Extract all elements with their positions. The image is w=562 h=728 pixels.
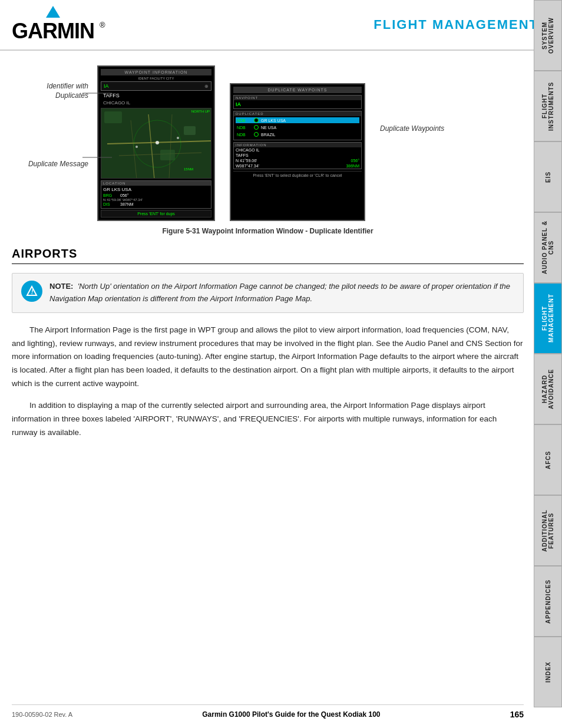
screens-container: WAYPOINT INFORMATION IDENT FACILITY CITY… (97, 65, 524, 221)
dup-type-3: NDB (237, 133, 252, 137)
dup-row-3[interactable]: NDB BRAZIL (236, 131, 359, 137)
svg-rect-7 (104, 111, 122, 123)
dup-dist: 386NM (346, 164, 359, 168)
note-box: ! NOTE: 'North Up' orientation on the Ai… (12, 273, 524, 313)
svg-line-3 (148, 114, 154, 178)
dup-info-name: TAFFS (234, 153, 361, 158)
annotation-duplicate-message: Duplicate Message (12, 160, 88, 168)
svg-point-11 (135, 146, 138, 148)
garmin-triangle-icon (46, 6, 60, 18)
navpoint-header: NAVPOINT (234, 95, 361, 100)
dup-lat: N 41°59.06' (236, 159, 257, 163)
page-footer: 190-00590-02 Rev. A Garmin G1000 Pilot's… (12, 704, 524, 719)
dis-label: DIS (103, 202, 118, 206)
sidebar-tab-flight-management[interactable]: FLIGHT MANAGEMENT (534, 283, 562, 354)
duplicated-body: NDB GR LKS USA NDB NE USA NDB BRA (234, 116, 361, 140)
footer-revision: 190-00590-02 Rev. A (12, 711, 72, 718)
identifier-value: IA (104, 83, 109, 89)
airports-section-title: AIRPORTS (12, 247, 524, 264)
dup-lon: W087°47.34' (236, 164, 259, 168)
svg-text:15NM: 15NM (184, 167, 193, 171)
location-header: LOCATION (101, 181, 211, 186)
map-svg: 15NM (101, 108, 211, 178)
dup-info-header: INFORMATION (234, 143, 361, 147)
duplicated-header: DUPLICATED (234, 111, 361, 116)
screen-header: WAYPOINT INFORMATION (101, 69, 211, 75)
dup-row-2[interactable]: NDB NE USA (236, 124, 359, 130)
dup-dot-2 (254, 125, 259, 130)
svg-line-2 (107, 141, 211, 144)
coords-row: N 41°59.06' W087°47.34' (103, 198, 209, 202)
dup-loc-3: BRAZIL (261, 133, 276, 137)
dup-loc-2: NE USA (261, 126, 276, 130)
identifier-cursor: ⊕ (204, 84, 209, 89)
duplicate-message: Press 'ENT' for dups (101, 210, 211, 218)
svg-line-5 (131, 120, 137, 178)
garmin-wordmark: GARMIN (12, 19, 94, 44)
dup-info-section: INFORMATION CHICAGO IL TAFFS N 41°59.06'… (233, 142, 362, 169)
sidebar-tab-appendices[interactable]: APPENDICES (534, 566, 562, 637)
dup-info-city: CHICAGO IL (234, 147, 361, 153)
dup-brg: 056° (351, 159, 359, 163)
dis-row: DIS 387NM (103, 202, 209, 206)
main-content: Identifier with Duplicates Duplicate Mes… (0, 51, 562, 457)
sidebar-tab-system-overview[interactable]: SYSTEM OVERVIEW (534, 0, 562, 71)
annotation-message-line (82, 153, 112, 162)
dup-row-1[interactable]: NDB GR LKS USA (236, 117, 359, 123)
sidebar-tab-afcs[interactable]: AFCS (534, 424, 562, 495)
screen-tabs: IDENT FACILITY CITY (101, 77, 211, 80)
waypoint-name: TAFFS (101, 92, 211, 99)
waypoint-city: CHICAGO IL (101, 100, 211, 106)
main-waypoint-screen: WAYPOINT INFORMATION IDENT FACILITY CITY… (97, 65, 215, 221)
sidebar-tab-eis[interactable]: EIS (534, 141, 562, 212)
identifier-field: IA ⊕ (101, 81, 211, 91)
sidebar-tab-additional-features[interactable]: ADDITIONAL FEATURES (534, 495, 562, 566)
svg-point-12 (177, 137, 179, 139)
sidebar-tab-audio-panel[interactable]: AUDIO PANEL & CNS (534, 212, 562, 283)
page-title: FLIGHT MANAGEMENT (373, 17, 538, 32)
note-text: NOTE: 'North Up' orientation on the Airp… (49, 281, 514, 305)
note-icon: ! (21, 281, 42, 302)
dup-loc-1: GR LKS USA (261, 118, 286, 123)
body-paragraph-2: In addition to displaying a map of the c… (12, 399, 524, 440)
figure-area: Identifier with Duplicates Duplicate Mes… (12, 65, 524, 221)
dup-coords-row: N 41°59.06' 056° (234, 158, 361, 163)
location-section: LOCATION GR LKS USA BRG 056° N 41°59.06'… (101, 180, 211, 209)
garmin-registered: ® (100, 21, 105, 29)
annotation-identifier-line (82, 89, 112, 98)
navpoint-body: IA (234, 100, 361, 108)
brg-label: BRG (103, 193, 118, 197)
footer-page-number: 165 (510, 710, 524, 719)
sidebar-tab-index[interactable]: INDEX (534, 637, 562, 707)
svg-line-6 (169, 114, 172, 178)
dup-instruction: Press 'ENT' to select duplicate or 'CLR'… (233, 171, 362, 179)
navpoint-section: NAVPOINT IA (233, 95, 362, 109)
location-data: GR LKS USA BRG 056° N 41°59.06' W087°47.… (101, 186, 211, 208)
note-content: 'North Up' orientation on the Airport In… (49, 282, 510, 303)
brg-row: BRG 056° (103, 193, 209, 197)
body-paragraph-1: The Airport Information Page is the firs… (12, 324, 524, 391)
dup-lon-row: W087°47.34' 386NM (234, 163, 361, 169)
svg-rect-8 (160, 150, 175, 160)
garmin-logo: GARMIN ® (12, 6, 105, 44)
right-sidebar: SYSTEM OVERVIEW FLIGHT INSTRUMENTS EIS A… (534, 0, 562, 707)
dup-screen-title: DUPLICATE WAYPOINTS (233, 87, 362, 93)
location-name: GR LKS USA (103, 187, 209, 192)
navpoint-value: IA (236, 101, 241, 107)
page-header: GARMIN ® FLIGHT MANAGEMENT (0, 0, 562, 51)
sidebar-tab-flight-instruments[interactable]: FLIGHT INSTRUMENTS (534, 71, 562, 141)
svg-rect-9 (184, 126, 196, 135)
duplicate-waypoints-screen: DUPLICATE WAYPOINTS NAVPOINT IA DUPLICAT… (230, 83, 365, 221)
figure-caption: Figure 5-31 Waypoint Information Window … (12, 227, 524, 235)
note-label: NOTE: (49, 282, 73, 291)
dis-value: 387NM (120, 202, 134, 206)
map-display: NORTH UP (101, 108, 211, 179)
brg-value: 056° (120, 193, 128, 197)
sidebar-tab-hazard-avoidance[interactable]: HAZARD AVOIDANCE (534, 354, 562, 424)
dup-dot-3 (254, 132, 259, 137)
annotation-duplicate-waypoints: Duplicate Waypoints (380, 124, 444, 133)
dup-dot-1 (254, 118, 259, 123)
dup-type-1: NDB (237, 118, 252, 123)
svg-point-10 (156, 141, 159, 144)
coords-value: N 41°59.06' W087°47.34' (103, 198, 143, 202)
